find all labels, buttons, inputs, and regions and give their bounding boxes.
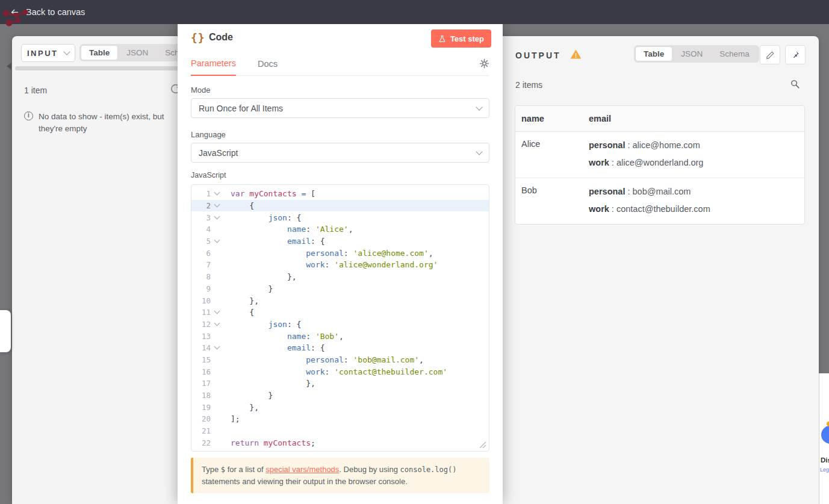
mode-label: Mode	[191, 86, 489, 95]
code-line[interactable]: 19 },	[191, 401, 489, 413]
code-line[interactable]: 18 }	[191, 390, 489, 402]
code-line[interactable]: 2 {	[191, 200, 489, 212]
code-line[interactable]: 15 personal: 'bob@mail.com',	[191, 354, 489, 366]
line-number: 5	[191, 237, 211, 246]
mode-select-value: Run Once for All Items	[199, 104, 283, 113]
code-line[interactable]: 5 email: {	[191, 235, 489, 247]
gear-icon[interactable]	[479, 58, 489, 69]
mode-select[interactable]: Run Once for All Items	[191, 98, 489, 118]
parameters-form: Mode Run Once for All Items Language Jav…	[191, 76, 489, 493]
search-icon[interactable]	[790, 79, 800, 89]
code-line[interactable]: 7 work: 'alice@wonderland.org'	[191, 259, 489, 271]
line-number: 13	[191, 332, 211, 341]
code-line[interactable]: 3 json: {	[191, 211, 489, 223]
line-number: 16	[191, 367, 211, 376]
language-label: Language	[191, 130, 489, 139]
top-bar: Back to canvas	[0, 0, 829, 24]
cell-name: Bob	[515, 178, 583, 224]
line-number: 21	[191, 426, 211, 435]
code-line[interactable]: 1var myContacts = [	[191, 188, 489, 200]
fold-chevron-icon[interactable]	[214, 308, 220, 314]
hint-text: statements and viewing their output in t…	[202, 477, 408, 486]
code-text: name: 'Alice',	[231, 225, 353, 234]
code-line[interactable]: 10 },	[191, 294, 489, 306]
code-editor-label: JavaScript	[191, 171, 489, 179]
blue-circle-icon[interactable]	[821, 426, 829, 444]
line-number: 7	[191, 260, 211, 269]
code-line[interactable]: 14 email: {	[191, 342, 489, 354]
code-node-modal: {} Code Test step Parameters Docs Mode R…	[178, 18, 503, 504]
code-line[interactable]: 6 personal: 'alice@home.com',	[191, 247, 489, 259]
fold-chevron-icon[interactable]	[214, 202, 220, 208]
cutoff-right-widget: Dis Leg	[819, 373, 829, 504]
fold-chevron-icon[interactable]	[214, 320, 220, 326]
output-tab-schema[interactable]: Schema	[712, 47, 757, 61]
code-editor-lines: 1var myContacts = [2 {3 json: {4 name: '…	[191, 185, 489, 452]
hint-console-code: console.log()	[400, 465, 457, 474]
input-source-dropdown[interactable]: INPUT	[21, 44, 75, 62]
fold-chevron-icon[interactable]	[214, 213, 220, 219]
table-row: Bobpersonal : bob@mail.comwork : contact…	[515, 178, 804, 224]
left-edge-handle[interactable]	[0, 310, 11, 352]
fold-chevron-icon[interactable]	[214, 190, 220, 196]
code-line[interactable]: 17 },	[191, 378, 489, 390]
code-line[interactable]: 20];	[191, 413, 489, 425]
line-number: 17	[191, 379, 211, 388]
line-number: 11	[191, 308, 211, 317]
input-tab-table[interactable]: Table	[81, 46, 117, 60]
cutoff-text-top: Dis	[821, 456, 829, 464]
fold-chevron-icon[interactable]	[214, 237, 220, 243]
output-view-tabs: Table JSON Schema	[634, 45, 759, 63]
hint-dollar-code: $	[221, 465, 225, 474]
email-entry: work : contact@thebuilder.com	[589, 203, 800, 216]
code-line[interactable]: 4 name: 'Alice',	[191, 223, 489, 235]
code-text: name: 'Bob',	[231, 332, 344, 341]
code-line[interactable]: 16 work: 'contact@thebuilder.com'	[191, 366, 489, 378]
test-step-button[interactable]: Test step	[431, 30, 491, 48]
warning-icon[interactable]	[571, 49, 581, 60]
fold-chevron-icon[interactable]	[214, 344, 220, 350]
output-tab-json[interactable]: JSON	[673, 47, 710, 61]
code-editor[interactable]: 1var myContacts = [2 {3 json: {4 name: '…	[191, 184, 489, 452]
column-header-email: email	[583, 106, 804, 131]
cell-email: personal : bob@mail.comwork : contact@th…	[583, 178, 804, 224]
output-panel-title: OUTPUT	[515, 51, 561, 60]
line-number: 9	[191, 284, 211, 293]
code-line[interactable]: 21	[191, 425, 489, 437]
language-select[interactable]: JavaScript	[191, 143, 489, 163]
input-tab-json[interactable]: JSON	[119, 46, 156, 60]
app-screen: Back to canvas INPUT Table JSON Schema 1…	[0, 0, 829, 504]
panel-collapse-arrow[interactable]	[7, 63, 11, 70]
code-line[interactable]: 13 name: 'Bob',	[191, 330, 489, 342]
language-select-value: JavaScript	[199, 148, 238, 158]
email-entry: personal : alice@home.com	[589, 139, 800, 152]
code-text: work: 'contact@thebuilder.com'	[231, 367, 447, 376]
code-line[interactable]: 9 }	[191, 283, 489, 295]
special-vars-link[interactable]: special vars/methods	[265, 465, 339, 474]
line-number: 14	[191, 343, 211, 352]
code-line[interactable]: 22return myContacts;	[191, 437, 489, 449]
empty-message-text: No data to show - item(s) exist, but the…	[39, 111, 176, 134]
gutter-fold-column	[211, 193, 223, 194]
code-text: json: {	[231, 320, 301, 329]
pin-icon	[791, 51, 800, 59]
hint-text: Type	[202, 465, 221, 474]
code-line[interactable]: 8 },	[191, 271, 489, 283]
code-text: },	[231, 403, 259, 412]
line-number: 1	[191, 189, 211, 198]
panel-resize-bar[interactable]	[15, 66, 182, 70]
tab-docs[interactable]: Docs	[258, 59, 278, 75]
tab-parameters[interactable]: Parameters	[191, 58, 236, 76]
code-line[interactable]: 11 {	[191, 306, 489, 319]
resize-grip-icon[interactable]	[479, 441, 486, 449]
gutter-fold-column	[211, 240, 223, 242]
edit-output-button[interactable]	[760, 45, 780, 64]
code-text: },	[231, 296, 259, 305]
output-tab-table[interactable]: Table	[636, 47, 672, 61]
node-title: Code	[209, 32, 233, 43]
pin-data-button[interactable]	[785, 45, 806, 64]
gutter-fold-column	[211, 217, 223, 219]
code-line[interactable]: 12 json: {	[191, 319, 489, 331]
chevron-down-icon	[476, 148, 482, 155]
cell-email: personal : alice@home.comwork : alice@wo…	[583, 132, 804, 178]
